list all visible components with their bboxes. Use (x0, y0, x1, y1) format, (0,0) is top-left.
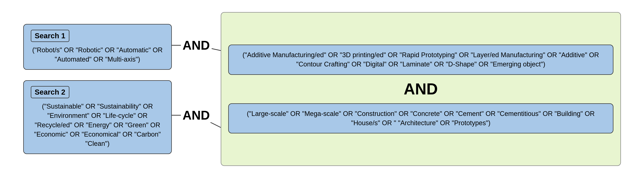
connector-area: AND AND (172, 12, 221, 166)
center-and-label: AND (404, 75, 438, 103)
search2-box: Search 2 ("Sustainable" OR "Sustainabili… (23, 80, 172, 154)
search1-box: Search 1 ("Robot/s" OR "Robotic" OR "Aut… (23, 24, 172, 70)
search2-block: Search 2 ("Sustainable" OR "Sustainabili… (23, 80, 172, 154)
right-top-text: ("Additive Manufacturing/ed" OR "3D prin… (236, 50, 606, 69)
right-column: ("Additive Manufacturing/ed" OR "3D prin… (221, 12, 621, 166)
right-bottom-box: ("Large-scale" OR "Mega-scale" OR "Const… (228, 103, 614, 134)
right-bottom-text: ("Large-scale" OR "Mega-scale" OR "Const… (236, 109, 606, 128)
search1-text: ("Robot/s" OR "Robotic" OR "Automatic" O… (31, 46, 164, 64)
main-container: Search 1 ("Robot/s" OR "Robotic" OR "Aut… (16, 6, 628, 172)
search2-label: Search 2 (31, 86, 70, 98)
and1-label: AND (181, 38, 212, 52)
left-column: Search 1 ("Robot/s" OR "Robotic" OR "Aut… (23, 24, 172, 154)
search1-block: Search 1 ("Robot/s" OR "Robotic" OR "Aut… (23, 24, 172, 70)
connector-svg (172, 12, 221, 166)
search1-label: Search 1 (31, 30, 70, 42)
right-top-box: ("Additive Manufacturing/ed" OR "3D prin… (228, 44, 614, 75)
and2-label: AND (181, 108, 212, 122)
search2-text: ("Sustainable" OR "Sustainability" OR "E… (31, 102, 164, 148)
